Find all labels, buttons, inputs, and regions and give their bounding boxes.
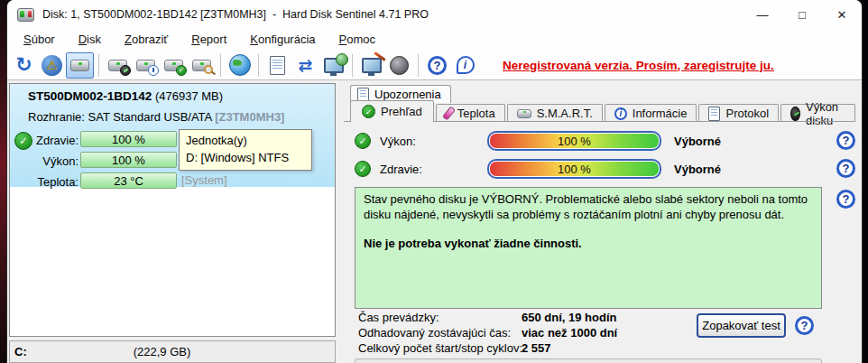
screen: Disk: 1, ST500DM002-1BD142 [Z3TM0MH3] - …	[0, 0, 868, 363]
performance-help-icon[interactable]	[836, 131, 855, 150]
sound-icon	[390, 56, 409, 75]
menu-pomoc[interactable]: Pomoc	[328, 31, 387, 49]
next-section-edge	[355, 358, 822, 363]
sound-button[interactable]	[385, 52, 413, 79]
status-help-icon[interactable]	[836, 190, 855, 209]
tab-teplota[interactable]: Teplota	[436, 104, 505, 122]
disk-interface-value: SAT Standard USB/ATA	[88, 110, 212, 124]
tab-label: Výkon disku	[806, 100, 845, 127]
disk-list: ST500DM002-1BD142 (476937 MB) Rozhranie:…	[9, 83, 336, 337]
disk-icon	[70, 60, 89, 71]
hardware-test-button[interactable]	[357, 52, 385, 79]
disk-schedule-icon	[136, 60, 155, 71]
disk-health-button[interactable]	[160, 52, 188, 79]
disk-search-button[interactable]	[188, 52, 216, 79]
disk-serial: [Z3TM0MH3]	[215, 110, 284, 124]
toolbar: ↻ ⚠ ⇄ Neregistrovaná verzia. Prosím, zar…	[7, 51, 862, 80]
remote-computer-button[interactable]	[319, 52, 347, 79]
retest-help-icon[interactable]	[795, 316, 814, 335]
sync-icon: ⇄	[299, 57, 313, 74]
performance-gradient-bar: 100 %	[487, 131, 661, 151]
toolbar-separator	[98, 54, 99, 77]
title-bar: Disk: 1, ST500DM002-1BD142 [Z3TM0MH3] - …	[7, 0, 862, 29]
window-title: Disk: 1, ST500DM002-1BD142 [Z3TM0MH3] - …	[42, 8, 429, 21]
disk-view-button[interactable]	[66, 52, 94, 79]
temperature-label: Teplota:	[12, 175, 78, 189]
tab-vykon-disku[interactable]: Výkon disku	[780, 104, 855, 122]
performance-rating: Výborné	[674, 135, 721, 148]
menu-zobrazit[interactable]: Zobraziť	[113, 31, 180, 49]
help-button[interactable]	[423, 52, 451, 79]
partition-row[interactable]: C: (222,9 GB)	[9, 340, 336, 363]
health-row-label: Zdravie:	[380, 163, 422, 176]
tab-informacie[interactable]: Informácie	[605, 104, 697, 122]
tab-label: Prehľad	[381, 105, 422, 118]
content-area: ST500DM002-1BD142 (476937 MB) Rozhranie:…	[7, 81, 862, 363]
disk-search-icon	[192, 60, 211, 71]
partition-size: (222,9 GB)	[134, 345, 191, 358]
toolbar-separator	[220, 54, 221, 77]
help-icon	[428, 56, 447, 75]
status-text: Stav pevného disku je VÝBORNÝ. Problemat…	[364, 192, 813, 222]
system-tag: [System]	[181, 173, 227, 187]
disk-alert-button[interactable]: ⚠	[38, 52, 66, 79]
disk-model: ST500DM002-1BD142	[28, 89, 152, 103]
health-rating: Výborné	[674, 163, 721, 176]
disk-schedule-button[interactable]	[132, 52, 160, 79]
app-icon	[17, 8, 34, 22]
app-window: Disk: 1, ST500DM002-1BD142 [Z3TM0MH3] - …	[7, 0, 862, 363]
health-gradient-bar: 100 %	[487, 159, 661, 179]
remaining-lifetime-value: viac než 1000 dní	[522, 326, 617, 340]
hardware-test-icon	[362, 58, 382, 73]
disk-alert-icon: ⚠	[42, 55, 62, 76]
menu-konfiguracia[interactable]: Konfigurácia	[238, 31, 327, 49]
tab-label: Protokol	[725, 107, 769, 120]
performance-value: 100 %	[490, 134, 659, 148]
health-label: Zdravie:	[12, 134, 78, 147]
refresh-button[interactable]: ↻	[10, 52, 38, 79]
menu-subor[interactable]: Súbor	[12, 31, 67, 49]
power-on-time-label: Čas prevádzky:	[358, 311, 439, 324]
performance-bar: 100 %	[80, 152, 177, 168]
minimize-button[interactable]: —	[743, 0, 782, 29]
toolbar-separator	[352, 54, 353, 77]
disk-health-icon	[164, 60, 183, 71]
menu-report[interactable]: Report	[180, 31, 238, 49]
info-icon	[614, 107, 627, 120]
start-stop-count-value: 2 557	[522, 341, 551, 355]
disk-interface-label: Rozhranie:	[28, 110, 85, 124]
info-icon	[457, 56, 475, 74]
menu-disk[interactable]: Disk	[67, 31, 113, 49]
health-bar: 100 %	[80, 131, 177, 147]
window-controls: — □ ✕	[743, 0, 862, 29]
partition-drive-letter: C:	[14, 345, 27, 358]
remote-computer-icon	[324, 58, 344, 73]
performance-row-label: Výkon:	[380, 135, 416, 148]
close-button[interactable]: ✕	[822, 0, 862, 29]
refresh-icon: ↻	[15, 55, 32, 75]
status-action-text: Nie je potreba vykonať žiadne činnosti.	[364, 237, 813, 252]
performance-label: Výkon:	[12, 154, 78, 168]
volume-tooltip-line: D: [Windows] NTFS	[186, 150, 305, 167]
tab-label: Informácie	[633, 107, 688, 120]
start-stop-count-label: Celkový počet štart/stop cyklov:	[358, 341, 522, 355]
tab-smart[interactable]: S.M.A.R.T.	[507, 104, 603, 122]
maximize-button[interactable]: □	[782, 0, 822, 29]
tab-prehlad[interactable]: Prehľad	[350, 100, 434, 122]
sync-button[interactable]: ⇄	[291, 52, 319, 79]
retest-button[interactable]: Zopakovať test	[697, 313, 786, 338]
remaining-lifetime-label: Odhadovaný zostávajúci čas:	[358, 326, 511, 340]
smart-disk-icon	[517, 109, 531, 118]
tab-strip: Prehľad Teplota S.M.A.R.T. Informácie	[350, 103, 857, 122]
detail-panel: Upozornenia Prehľad Teplota S.M.A.R.T.	[344, 81, 857, 363]
unregistered-notice-link[interactable]: Neregistrovaná verzia. Prosím, zaregistr…	[503, 59, 774, 72]
info-button[interactable]	[451, 52, 479, 79]
report-button[interactable]	[263, 52, 291, 79]
performance-ok-icon	[355, 133, 371, 149]
disk-performance-button[interactable]	[104, 52, 132, 79]
health-help-icon[interactable]	[836, 159, 855, 178]
tab-protokol[interactable]: Protokol	[698, 104, 779, 122]
health-ok-icon	[355, 161, 371, 177]
network-disks-button[interactable]	[226, 52, 254, 79]
disk-list-item-selected[interactable]: ST500DM002-1BD142 (476937 MB) Rozhranie:…	[10, 84, 335, 187]
